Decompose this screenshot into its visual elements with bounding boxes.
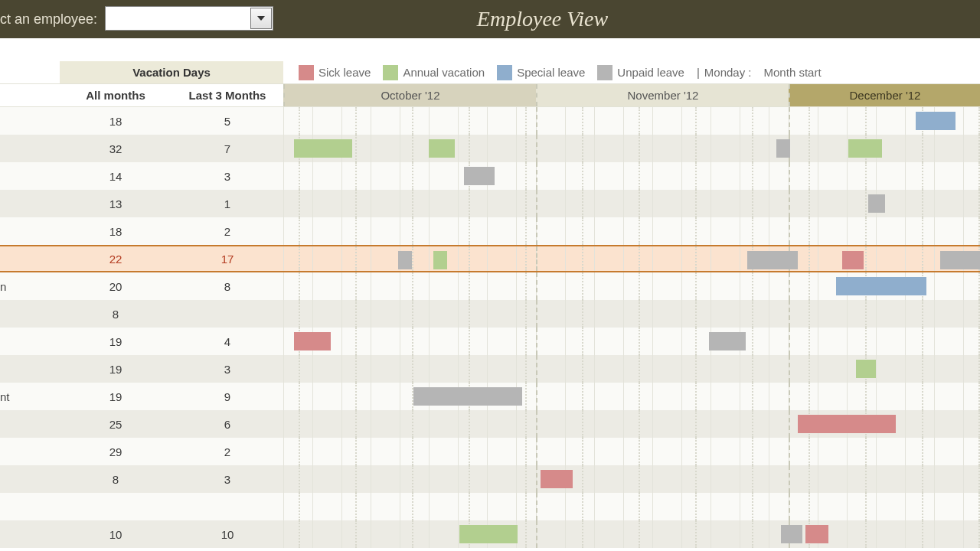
gantt-cell [283,162,980,190]
legend-monday: | Monday : [697,66,752,79]
leave-bar-annual[interactable] [294,139,352,158]
leave-bar-sick[interactable] [541,470,573,488]
leave-bar-unpaid[interactable] [781,525,802,543]
all-months-value: 13 [60,190,172,217]
gantt-cell [283,520,980,548]
table-row[interactable]: 8 [0,300,980,328]
month-oct: October '12 [283,84,536,106]
all-months-value: 8 [60,300,172,328]
gantt-cell [283,410,980,438]
vacation-days-header: Vacation Days [60,61,283,83]
all-months-value: 10 [60,520,172,548]
leave-bar-sick[interactable] [842,251,864,269]
gantt-cell [283,272,980,300]
all-months-value: 14 [60,162,172,190]
table-row[interactable]: n208 [0,272,980,300]
table-row[interactable]: 1010 [0,520,980,548]
last3-value: 9 [172,383,283,410]
legend-monday-sep: | [697,66,700,79]
leave-bar-sick[interactable] [805,525,828,543]
employee-name-cell [0,135,60,162]
last3-value: 3 [172,162,283,190]
employee-name-cell [0,355,60,383]
leave-bar-special[interactable] [916,112,956,130]
legend-sick-label: Sick leave [318,66,371,79]
table-row[interactable]: 131 [0,190,980,217]
leave-bar-annual[interactable] [433,251,447,269]
leave-bar-unpaid[interactable] [398,251,412,269]
nums-cell: 208 [60,272,283,300]
gantt-cell [283,438,980,465]
chevron-down-icon[interactable] [250,8,272,29]
last3-value: 2 [172,438,283,465]
gantt-cell [283,246,980,271]
employee-select-value[interactable] [105,6,273,31]
leave-bar-unpaid[interactable] [747,251,798,269]
month-nov: November '12 [536,84,789,106]
leave-bar-unpaid[interactable] [709,332,746,350]
legend: Sick leave Annual vacation Special leave… [283,61,980,83]
swatch-sick-icon [299,65,314,80]
table-row[interactable]: 194 [0,328,980,355]
leave-bar-unpaid[interactable] [413,387,522,406]
table-row[interactable]: 193 [0,355,980,383]
leave-bar-annual[interactable] [429,139,455,158]
table-row[interactable]: 256 [0,410,980,438]
leave-bar-unpaid[interactable] [868,194,885,213]
table-row[interactable]: 292 [0,438,980,465]
names-col-spacer [0,61,60,83]
gantt-cell [283,135,980,162]
table-row[interactable] [0,493,980,520]
nums-cell: 182 [60,217,283,245]
legend-unpaid-label: Unpaid leave [617,66,684,79]
table-row[interactable]: 182 [0,217,980,245]
table-row[interactable]: 143 [0,162,980,190]
nums-cell: 83 [60,465,283,493]
gantt-cell [283,493,980,520]
leave-bar-annual[interactable] [459,525,518,543]
leave-bar-annual[interactable] [848,139,882,158]
all-months-value: 32 [60,135,172,162]
legend-monthstart: Month start [764,66,822,79]
all-months-value: 18 [60,107,172,135]
leave-bar-unpaid[interactable] [776,139,790,158]
employee-name-cell [0,328,60,355]
col-all-months: All months [60,84,172,106]
table-row[interactable]: 327 [0,135,980,162]
months-header: October '12 November '12 December '12 [283,84,980,106]
last3-value: 1 [172,190,283,217]
table-row[interactable]: 83 [0,465,980,493]
gantt-cell [283,355,980,383]
table-row[interactable]: 185 [0,107,980,135]
col-last3-months: Last 3 Months [172,84,283,106]
table-row[interactable]: nt199 [0,383,980,410]
last3-value: 4 [172,328,283,355]
nums-cell: 256 [60,410,283,438]
select-employee-label: ct an employee: [0,11,97,28]
last3-value: 5 [172,107,283,135]
names-col-spacer2 [0,84,60,106]
table-row[interactable]: 2217 [0,245,980,272]
swatch-annual-icon [383,65,398,80]
nums-cell: 194 [60,328,283,355]
last3-value: 10 [172,520,283,548]
nums-cell [60,493,283,520]
gantt-cell [283,190,980,217]
leave-bar-unpaid[interactable] [940,251,980,269]
leave-bar-sick[interactable] [294,332,331,350]
leave-bar-sick[interactable] [798,415,896,433]
all-months-value: 22 [60,246,172,271]
last3-value: 2 [172,217,283,245]
last3-value: 6 [172,410,283,438]
leave-bar-unpaid[interactable] [464,167,495,185]
employee-select[interactable] [105,6,273,33]
last3-value [172,493,283,520]
all-months-value: 18 [60,217,172,245]
swatch-special-icon [497,65,512,80]
last3-value: 3 [172,465,283,493]
leave-bar-special[interactable] [836,277,926,295]
gantt-cell [283,107,980,135]
employee-name-cell: n [0,272,60,300]
legend-special: Special leave [497,65,585,80]
leave-bar-annual[interactable] [856,360,876,378]
